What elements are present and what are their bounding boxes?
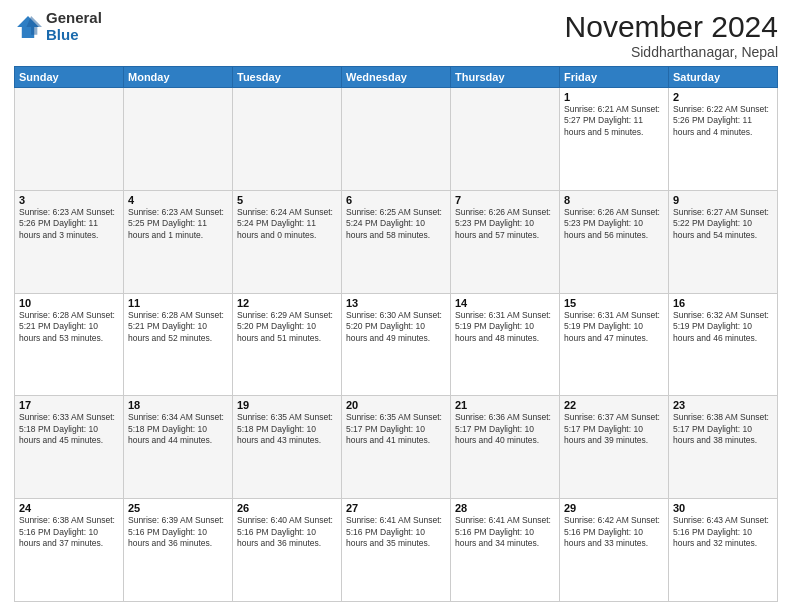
day-info: Sunrise: 6:39 AM Sunset: 5:16 PM Dayligh…: [128, 515, 228, 549]
calendar-cell: 27Sunrise: 6:41 AM Sunset: 5:16 PM Dayli…: [342, 499, 451, 602]
day-info: Sunrise: 6:38 AM Sunset: 5:17 PM Dayligh…: [673, 412, 773, 446]
day-info: Sunrise: 6:22 AM Sunset: 5:26 PM Dayligh…: [673, 104, 773, 138]
day-info: Sunrise: 6:43 AM Sunset: 5:16 PM Dayligh…: [673, 515, 773, 549]
calendar-cell: 13Sunrise: 6:30 AM Sunset: 5:20 PM Dayli…: [342, 293, 451, 396]
day-number: 6: [346, 194, 446, 206]
calendar-cell: 15Sunrise: 6:31 AM Sunset: 5:19 PM Dayli…: [560, 293, 669, 396]
day-number: 26: [237, 502, 337, 514]
title-section: November 2024 Siddharthanagar, Nepal: [565, 10, 778, 60]
calendar-cell: 19Sunrise: 6:35 AM Sunset: 5:18 PM Dayli…: [233, 396, 342, 499]
day-info: Sunrise: 6:31 AM Sunset: 5:19 PM Dayligh…: [564, 310, 664, 344]
calendar-cell: 29Sunrise: 6:42 AM Sunset: 5:16 PM Dayli…: [560, 499, 669, 602]
logo-icon: [14, 13, 42, 41]
day-info: Sunrise: 6:35 AM Sunset: 5:18 PM Dayligh…: [237, 412, 337, 446]
day-info: Sunrise: 6:29 AM Sunset: 5:20 PM Dayligh…: [237, 310, 337, 344]
day-number: 4: [128, 194, 228, 206]
day-number: 20: [346, 399, 446, 411]
logo-blue: Blue: [46, 27, 102, 44]
day-info: Sunrise: 6:36 AM Sunset: 5:17 PM Dayligh…: [455, 412, 555, 446]
day-number: 28: [455, 502, 555, 514]
day-info: Sunrise: 6:42 AM Sunset: 5:16 PM Dayligh…: [564, 515, 664, 549]
calendar-cell: [451, 88, 560, 191]
calendar-cell: 5Sunrise: 6:24 AM Sunset: 5:24 PM Daylig…: [233, 190, 342, 293]
day-info: Sunrise: 6:37 AM Sunset: 5:17 PM Dayligh…: [564, 412, 664, 446]
calendar-cell: 7Sunrise: 6:26 AM Sunset: 5:23 PM Daylig…: [451, 190, 560, 293]
logo-general: General: [46, 10, 102, 27]
day-number: 1: [564, 91, 664, 103]
calendar-header-row: SundayMondayTuesdayWednesdayThursdayFrid…: [15, 67, 778, 88]
calendar-cell: 4Sunrise: 6:23 AM Sunset: 5:25 PM Daylig…: [124, 190, 233, 293]
logo-text: General Blue: [46, 10, 102, 43]
col-header-saturday: Saturday: [669, 67, 778, 88]
day-number: 8: [564, 194, 664, 206]
month-title: November 2024: [565, 10, 778, 44]
calendar-cell: 6Sunrise: 6:25 AM Sunset: 5:24 PM Daylig…: [342, 190, 451, 293]
day-number: 21: [455, 399, 555, 411]
calendar-cell: 24Sunrise: 6:38 AM Sunset: 5:16 PM Dayli…: [15, 499, 124, 602]
col-header-wednesday: Wednesday: [342, 67, 451, 88]
day-info: Sunrise: 6:41 AM Sunset: 5:16 PM Dayligh…: [346, 515, 446, 549]
day-info: Sunrise: 6:25 AM Sunset: 5:24 PM Dayligh…: [346, 207, 446, 241]
day-info: Sunrise: 6:38 AM Sunset: 5:16 PM Dayligh…: [19, 515, 119, 549]
calendar-cell: 8Sunrise: 6:26 AM Sunset: 5:23 PM Daylig…: [560, 190, 669, 293]
calendar-cell: 21Sunrise: 6:36 AM Sunset: 5:17 PM Dayli…: [451, 396, 560, 499]
col-header-sunday: Sunday: [15, 67, 124, 88]
calendar-cell: 22Sunrise: 6:37 AM Sunset: 5:17 PM Dayli…: [560, 396, 669, 499]
day-number: 24: [19, 502, 119, 514]
day-info: Sunrise: 6:33 AM Sunset: 5:18 PM Dayligh…: [19, 412, 119, 446]
calendar-week-3: 10Sunrise: 6:28 AM Sunset: 5:21 PM Dayli…: [15, 293, 778, 396]
day-number: 23: [673, 399, 773, 411]
calendar-cell: 26Sunrise: 6:40 AM Sunset: 5:16 PM Dayli…: [233, 499, 342, 602]
page: General Blue November 2024 Siddharthanag…: [0, 0, 792, 612]
day-info: Sunrise: 6:30 AM Sunset: 5:20 PM Dayligh…: [346, 310, 446, 344]
col-header-monday: Monday: [124, 67, 233, 88]
calendar-cell: 12Sunrise: 6:29 AM Sunset: 5:20 PM Dayli…: [233, 293, 342, 396]
calendar-cell: 14Sunrise: 6:31 AM Sunset: 5:19 PM Dayli…: [451, 293, 560, 396]
calendar-cell: 3Sunrise: 6:23 AM Sunset: 5:26 PM Daylig…: [15, 190, 124, 293]
day-info: Sunrise: 6:28 AM Sunset: 5:21 PM Dayligh…: [19, 310, 119, 344]
calendar-cell: 1Sunrise: 6:21 AM Sunset: 5:27 PM Daylig…: [560, 88, 669, 191]
calendar-cell: 2Sunrise: 6:22 AM Sunset: 5:26 PM Daylig…: [669, 88, 778, 191]
calendar-week-2: 3Sunrise: 6:23 AM Sunset: 5:26 PM Daylig…: [15, 190, 778, 293]
day-number: 3: [19, 194, 119, 206]
day-number: 12: [237, 297, 337, 309]
day-info: Sunrise: 6:40 AM Sunset: 5:16 PM Dayligh…: [237, 515, 337, 549]
day-number: 29: [564, 502, 664, 514]
day-info: Sunrise: 6:24 AM Sunset: 5:24 PM Dayligh…: [237, 207, 337, 241]
calendar-cell: 10Sunrise: 6:28 AM Sunset: 5:21 PM Dayli…: [15, 293, 124, 396]
calendar-cell: [233, 88, 342, 191]
day-info: Sunrise: 6:23 AM Sunset: 5:26 PM Dayligh…: [19, 207, 119, 241]
calendar-cell: 16Sunrise: 6:32 AM Sunset: 5:19 PM Dayli…: [669, 293, 778, 396]
day-number: 5: [237, 194, 337, 206]
day-info: Sunrise: 6:26 AM Sunset: 5:23 PM Dayligh…: [455, 207, 555, 241]
calendar-week-1: 1Sunrise: 6:21 AM Sunset: 5:27 PM Daylig…: [15, 88, 778, 191]
day-info: Sunrise: 6:31 AM Sunset: 5:19 PM Dayligh…: [455, 310, 555, 344]
day-info: Sunrise: 6:21 AM Sunset: 5:27 PM Dayligh…: [564, 104, 664, 138]
day-number: 25: [128, 502, 228, 514]
day-number: 15: [564, 297, 664, 309]
day-number: 10: [19, 297, 119, 309]
logo: General Blue: [14, 10, 102, 43]
day-info: Sunrise: 6:35 AM Sunset: 5:17 PM Dayligh…: [346, 412, 446, 446]
calendar-cell: 20Sunrise: 6:35 AM Sunset: 5:17 PM Dayli…: [342, 396, 451, 499]
calendar-cell: [342, 88, 451, 191]
day-number: 18: [128, 399, 228, 411]
day-number: 27: [346, 502, 446, 514]
calendar-cell: [124, 88, 233, 191]
day-number: 30: [673, 502, 773, 514]
col-header-friday: Friday: [560, 67, 669, 88]
calendar-cell: 11Sunrise: 6:28 AM Sunset: 5:21 PM Dayli…: [124, 293, 233, 396]
calendar-cell: [15, 88, 124, 191]
day-number: 11: [128, 297, 228, 309]
day-number: 16: [673, 297, 773, 309]
calendar-cell: 9Sunrise: 6:27 AM Sunset: 5:22 PM Daylig…: [669, 190, 778, 293]
calendar-table: SundayMondayTuesdayWednesdayThursdayFrid…: [14, 66, 778, 602]
calendar-week-4: 17Sunrise: 6:33 AM Sunset: 5:18 PM Dayli…: [15, 396, 778, 499]
day-number: 14: [455, 297, 555, 309]
calendar-cell: 25Sunrise: 6:39 AM Sunset: 5:16 PM Dayli…: [124, 499, 233, 602]
day-number: 7: [455, 194, 555, 206]
day-info: Sunrise: 6:41 AM Sunset: 5:16 PM Dayligh…: [455, 515, 555, 549]
day-number: 17: [19, 399, 119, 411]
day-number: 13: [346, 297, 446, 309]
day-info: Sunrise: 6:26 AM Sunset: 5:23 PM Dayligh…: [564, 207, 664, 241]
